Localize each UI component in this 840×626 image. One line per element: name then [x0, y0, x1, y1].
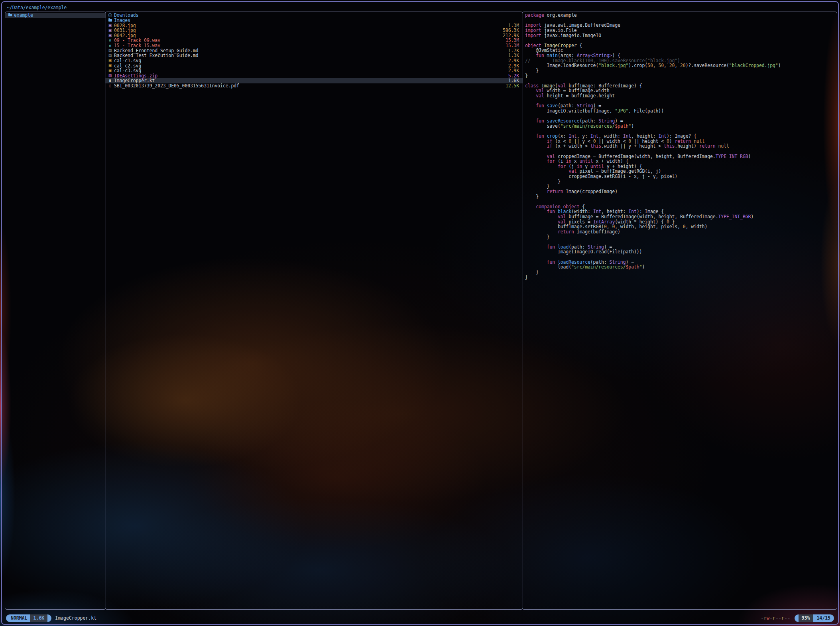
code-token: 0	[683, 224, 686, 229]
image-icon	[108, 24, 112, 27]
code-line: return Image(croppedImage)	[525, 189, 837, 194]
mode-indicator: NORMAL	[10, 614, 30, 622]
scroll-percent: 93%	[799, 614, 813, 622]
code-token: {	[577, 43, 582, 48]
image-icon	[108, 34, 112, 37]
pdf-icon	[108, 84, 112, 88]
code-line: object ImageCropper {	[525, 43, 837, 48]
file-size: 12.5K	[506, 83, 519, 89]
audio-icon	[108, 39, 112, 42]
code-token: org.example	[544, 12, 577, 18]
code-token: TYPE_INT_RGB	[716, 154, 748, 159]
mode-segment: NORMAL 1.6K ImageCropper.kt	[6, 614, 96, 622]
status-right: -rw-r--r-- 93% 14/15	[761, 614, 834, 622]
code-token: ,	[653, 63, 659, 68]
file-row[interactable]: ↓Downloads	[105, 13, 523, 18]
perm-char: -	[787, 615, 790, 621]
file-row[interactable]: cal-c1.svg2.9K	[105, 58, 523, 63]
code-token: $path	[615, 123, 628, 129]
markdown-icon	[108, 49, 112, 52]
file-list-pane: ↓DownloadsImages0028.jpg1.3M0031.jpg586.…	[105, 12, 523, 610]
code-token: javax.imageio.ImageIO	[541, 33, 601, 38]
parent-dir-label: example	[14, 12, 33, 18]
powerline-left-cap	[6, 614, 10, 622]
audio-icon	[108, 44, 112, 47]
code-token: 20	[669, 63, 675, 68]
code-token: TYPE_INT_RGB	[718, 214, 751, 219]
code-token: ImageIO.write(buffImage,	[525, 108, 615, 114]
code-token: Image(ImageIO.read(File(path)))	[525, 249, 642, 255]
markdown-icon	[108, 54, 112, 57]
code-line: ImageIO.write(buffImage, "JPG", File(pat…	[525, 109, 837, 114]
code-line: import javax.imageio.ImageIO	[525, 33, 837, 38]
current-path: ~/Data/example/example	[7, 5, 67, 10]
parent-dir-row[interactable]: example	[5, 13, 106, 18]
code-line: }	[525, 68, 837, 73]
code-token: )	[631, 123, 634, 129]
perm-char: w	[767, 615, 769, 621]
code-token: }	[525, 274, 528, 280]
breadcrumb: ~/Data/example/example	[7, 4, 67, 12]
code-token: ).crop(	[628, 63, 647, 68]
code-line: return Image(buffImage)	[525, 229, 837, 235]
file-row[interactable]: 0031.jpg586.3K	[105, 28, 523, 33]
code-token: if	[547, 143, 553, 149]
code-line: }	[525, 235, 837, 240]
code-token: package	[525, 12, 544, 18]
file-icon	[108, 79, 112, 83]
file-row[interactable]: SBI_0032013739_2023_DE05_0003155631Invoi…	[105, 83, 523, 89]
code-token: "black.jpg"	[598, 63, 628, 68]
file-row[interactable]: ImageCropper.kt1.6K	[105, 78, 523, 83]
code-token: "src/main/resources/	[571, 264, 626, 270]
code-token: )	[748, 154, 751, 159]
code-line: }	[525, 270, 837, 275]
perm-char: -	[770, 615, 773, 621]
status-bar: NORMAL 1.6K ImageCropper.kt -rw-r--r-- 9…	[6, 614, 834, 622]
cursor-position: 14/15	[813, 614, 834, 622]
code-token: return	[558, 229, 574, 235]
code-token: save(	[525, 123, 561, 129]
file-row[interactable]: Backend_Test_Execution_Guide.md1.3K	[105, 53, 523, 58]
code-token: return	[547, 189, 563, 194]
code-token: , width)	[686, 224, 708, 229]
code-line: save("src/main/resources/$path")	[525, 124, 837, 129]
preview-pane: package org.example import java.awt.imag…	[522, 12, 837, 610]
file-row[interactable]: 0028.jpg1.3M	[105, 23, 523, 28]
code-line: }	[525, 179, 837, 184]
image-icon	[108, 69, 112, 73]
perm-char: r	[764, 615, 767, 621]
image-icon	[108, 64, 112, 67]
code-token: 50	[658, 63, 664, 68]
code-token: null	[718, 143, 729, 149]
code-token: "blackCropped.jpg"	[729, 63, 778, 68]
powerline-right-cap	[47, 614, 51, 622]
code-token: this	[590, 143, 601, 149]
code-token: height = buffImage.height	[544, 93, 615, 99]
file-row[interactable]: cal-c2.svg2.9K	[105, 63, 523, 68]
code-token: )	[778, 63, 781, 68]
parent-pane: example	[5, 12, 106, 610]
code-token: ,	[675, 63, 680, 68]
perm-char: -	[775, 615, 778, 621]
file-row[interactable]: cal-c3.svg2.9K	[105, 68, 523, 73]
file-row[interactable]: 09 - Track 09.wav15.3M	[105, 38, 523, 43]
code-line: }	[525, 73, 837, 79]
image-icon	[108, 29, 112, 32]
code-token: (x + width >	[552, 143, 590, 149]
code-token: val	[536, 93, 544, 99]
code-line: }	[525, 194, 837, 199]
file-row[interactable]: Images	[105, 18, 523, 23]
code-token: $path	[626, 264, 639, 270]
file-row[interactable]: 15 - Track 15.wav15.3M	[105, 43, 523, 48]
file-row[interactable]: Backend_Frontend_Setup_Guide.md1.7K	[105, 48, 523, 53]
folder-icon	[8, 14, 12, 16]
code-line: val height = buffImage.height	[525, 93, 837, 99]
terminal-window: ~/Data/example/example example ↓Download…	[1, 1, 839, 625]
code-token: 50	[647, 63, 653, 68]
code-token: "JPG"	[615, 108, 628, 114]
code-line: package org.example	[525, 13, 837, 18]
code-token: }	[525, 234, 549, 240]
file-row[interactable]: IDEAsettings.zip5.2K	[105, 73, 523, 79]
current-file-name: ImageCropper.kt	[55, 615, 96, 621]
file-row[interactable]: 0042.jpg212.9K	[105, 33, 523, 38]
